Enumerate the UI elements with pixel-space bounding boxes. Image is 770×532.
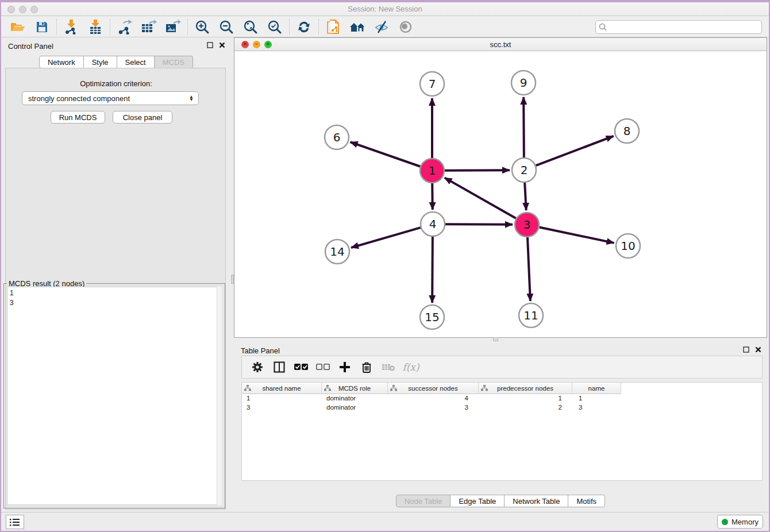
open-session-button[interactable]: [6, 18, 30, 36]
trash-icon: [361, 361, 372, 373]
cell-successor-nodes[interactable]: 4: [388, 394, 479, 403]
column-header-predecessor-nodes[interactable]: predecessor nodes: [479, 383, 572, 394]
graph-edge-2-8[interactable]: [536, 136, 614, 165]
tab-select[interactable]: Select: [117, 56, 155, 68]
graph-edge-1-2[interactable]: [445, 170, 510, 171]
search-input[interactable]: [595, 20, 762, 34]
cell-predecessor-nodes[interactable]: 1: [479, 394, 572, 403]
graph-edge-3-1[interactable]: [445, 178, 516, 218]
graph-node-6[interactable]: 6: [325, 125, 349, 149]
table-row[interactable]: 1 dominator 4 1 1: [242, 394, 762, 403]
graph-edge-2-9[interactable]: [523, 97, 524, 157]
close-table-panel-icon[interactable]: [755, 346, 761, 353]
svg-text:15: 15: [425, 310, 439, 324]
svg-text:3: 3: [523, 218, 531, 232]
float-panel-icon[interactable]: [207, 42, 213, 48]
graph-node-11[interactable]: 11: [519, 303, 543, 327]
select-all-columns-button[interactable]: [291, 358, 311, 376]
checked-boxes-icon: [294, 364, 308, 371]
tab-style[interactable]: Style: [84, 56, 117, 68]
cell-mcds-role[interactable]: dominator: [322, 394, 388, 403]
refresh-button[interactable]: [292, 18, 316, 36]
deselect-all-columns-button[interactable]: [313, 358, 333, 376]
cell-predecessor-nodes[interactable]: 2: [479, 403, 572, 413]
tab-node-table[interactable]: Node Table: [396, 495, 451, 507]
table-row[interactable]: 3 dominator 3 2 3: [242, 403, 762, 413]
import-network-button[interactable]: [59, 18, 83, 36]
graph-node-8[interactable]: 8: [615, 119, 639, 143]
graph-node-9[interactable]: 9: [511, 71, 536, 95]
graph-node-1[interactable]: 1: [420, 159, 444, 183]
toolbar-separator: [187, 19, 188, 35]
graph-node-15[interactable]: 15: [420, 305, 444, 329]
cell-name[interactable]: 1: [572, 394, 621, 403]
graph-edge-4-3[interactable]: [445, 224, 513, 225]
tab-motifs[interactable]: Motifs: [568, 495, 605, 507]
zoom-selected-button[interactable]: [263, 18, 287, 36]
mcds-result-groupbox: MCDS result (2 nodes) 1 3: [3, 283, 225, 508]
graph-edge-3-10[interactable]: [540, 228, 614, 243]
result-line: 3: [10, 298, 219, 308]
float-table-panel-icon[interactable]: [743, 346, 749, 353]
export-table-button[interactable]: [137, 18, 161, 36]
delete-column-button[interactable]: [357, 358, 376, 376]
criterion-dropdown[interactable]: strongly connected component ▲▼: [22, 91, 199, 105]
graph-edge-1-6[interactable]: [351, 142, 421, 166]
column-header-name[interactable]: name: [572, 383, 621, 394]
tab-network-table[interactable]: Network Table: [505, 495, 568, 507]
graph-node-10[interactable]: 10: [616, 234, 640, 258]
graph-node-7[interactable]: 7: [420, 72, 444, 96]
first-neighbors-button[interactable]: [345, 18, 369, 36]
zoom-out-button[interactable]: [214, 18, 238, 36]
column-header-shared-name[interactable]: shared name: [242, 383, 322, 394]
graph-edge-4-15[interactable]: [432, 237, 433, 303]
cell-mcds-role[interactable]: dominator: [322, 403, 388, 413]
export-image-button[interactable]: [161, 18, 185, 36]
task-history-button[interactable]: [6, 515, 24, 529]
memory-button[interactable]: Memory: [717, 515, 763, 529]
create-column-button[interactable]: [335, 358, 355, 376]
graph-edge-2-3[interactable]: [525, 183, 526, 210]
show-columns-button[interactable]: [270, 358, 289, 376]
close-panel-button[interactable]: Close panel: [113, 111, 172, 124]
column-header-mcds-role[interactable]: MCDS role: [322, 383, 388, 394]
delete-table-button[interactable]: [379, 358, 398, 376]
svg-text:10: 10: [621, 239, 635, 253]
graph-node-4[interactable]: 4: [421, 212, 445, 236]
cell-name[interactable]: 3: [572, 403, 621, 413]
svg-text:4: 4: [429, 217, 437, 231]
graph-node-14[interactable]: 14: [325, 240, 349, 264]
close-panel-icon[interactable]: [219, 42, 225, 48]
export-network-button[interactable]: [113, 18, 137, 36]
zoom-fit-button[interactable]: [238, 18, 263, 36]
tab-network[interactable]: Network: [39, 56, 84, 68]
network-canvas[interactable]: 7968124314101511: [234, 51, 767, 337]
tab-edge-table[interactable]: Edge Table: [451, 495, 505, 507]
graph-node-3[interactable]: 3: [515, 213, 539, 237]
save-session-button[interactable]: [30, 18, 54, 36]
mcds-result-text[interactable]: 1 3: [7, 287, 222, 505]
import-table-button[interactable]: [83, 18, 107, 36]
cell-shared-name[interactable]: 3: [242, 403, 322, 413]
cell-shared-name[interactable]: 1: [242, 394, 322, 403]
zoom-in-button[interactable]: [190, 18, 214, 36]
open-folder-icon: [10, 21, 25, 33]
hide-graphics-details-button[interactable]: [369, 18, 394, 36]
table-settings-button[interactable]: [248, 358, 267, 376]
clone-network-button[interactable]: [321, 18, 345, 36]
node-table: shared name MCDS role successor nodes pr…: [241, 382, 763, 481]
hierarchy-icon: [324, 385, 331, 391]
column-header-successor-nodes[interactable]: successor nodes: [388, 383, 479, 394]
result-scrollbar[interactable]: [217, 287, 222, 505]
run-mcds-button[interactable]: Run MCDS: [51, 111, 105, 124]
graph-edge-4-14[interactable]: [351, 228, 421, 248]
svg-text:2: 2: [521, 163, 528, 177]
birdseye-view-button[interactable]: [394, 18, 418, 36]
cell-successor-nodes[interactable]: 3: [388, 403, 479, 413]
table-panel-tabs: Node Table Edge Table Network Table Moti…: [234, 495, 767, 507]
tab-mcds[interactable]: MCDS: [155, 56, 193, 68]
horizontal-splitter-handle[interactable]: [493, 337, 498, 341]
graph-edge-3-11[interactable]: [528, 237, 530, 301]
graph-node-2[interactable]: 2: [512, 158, 536, 182]
function-builder-button[interactable]: f(x): [401, 358, 420, 376]
